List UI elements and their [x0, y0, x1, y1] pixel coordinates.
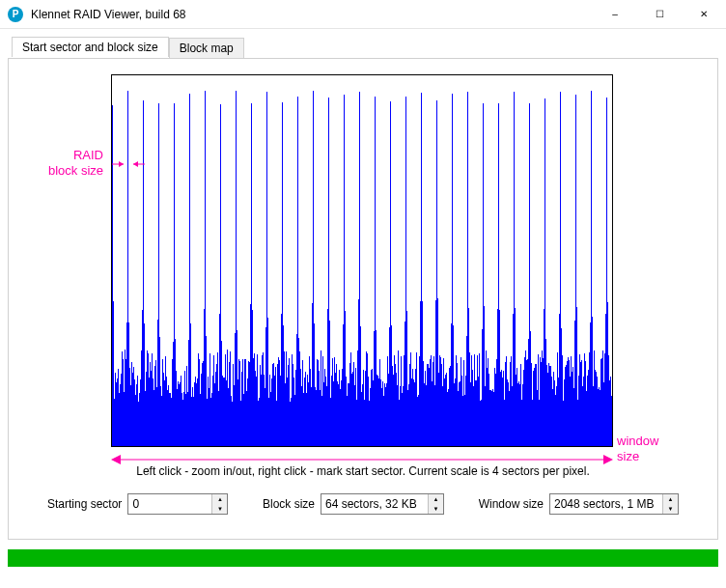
annotation-window-size: window size [617, 434, 658, 463]
svg-marker-1 [119, 161, 124, 167]
window-size-field[interactable] [550, 494, 662, 514]
window-title: Klennet RAID Viewer, build 68 [31, 8, 593, 21]
tab-start-sector[interactable]: Start sector and block size [12, 37, 169, 57]
controls-row: Starting sector ▲▼ Block size ▲▼ Window … [9, 493, 717, 515]
app-icon: P [8, 7, 23, 22]
hint-text: Left click - zoom in/out, right click - … [9, 464, 717, 478]
spin-down-icon[interactable]: ▼ [212, 504, 227, 514]
svg-marker-5 [111, 455, 121, 464]
status-bar [8, 549, 718, 567]
svg-marker-3 [133, 161, 138, 167]
close-button[interactable]: ✕ [682, 0, 726, 29]
block-size-label: Block size [263, 497, 315, 511]
block-size-input[interactable]: ▲▼ [321, 493, 444, 515]
chart[interactable] [111, 74, 613, 447]
tab-strip: Start sector and block size Block map [12, 37, 244, 57]
arrow-block-size-icon [110, 158, 149, 170]
maximize-button[interactable]: ☐ [637, 0, 682, 29]
window-size-input[interactable]: ▲▼ [549, 493, 679, 515]
spin-up-icon[interactable]: ▲ [663, 494, 678, 504]
tab-panel: RAID block size window size Left click -… [8, 58, 718, 540]
spin-up-icon[interactable]: ▲ [212, 494, 227, 504]
svg-marker-6 [603, 455, 613, 464]
block-size-field[interactable] [321, 494, 428, 514]
title-bar: P Klennet RAID Viewer, build 68 – ☐ ✕ [0, 0, 726, 29]
spin-down-icon[interactable]: ▼ [663, 504, 678, 514]
minimize-button[interactable]: – [593, 0, 637, 29]
spin-up-icon[interactable]: ▲ [429, 494, 443, 504]
window-size-label: Window size [479, 497, 544, 511]
tab-block-map[interactable]: Block map [169, 38, 244, 58]
starting-sector-field[interactable] [128, 494, 211, 514]
annotation-raid-block-size: RAID block size [18, 148, 103, 178]
starting-sector-label: Starting sector [47, 497, 122, 511]
starting-sector-input[interactable]: ▲▼ [127, 493, 228, 515]
spin-down-icon[interactable]: ▼ [429, 504, 443, 514]
